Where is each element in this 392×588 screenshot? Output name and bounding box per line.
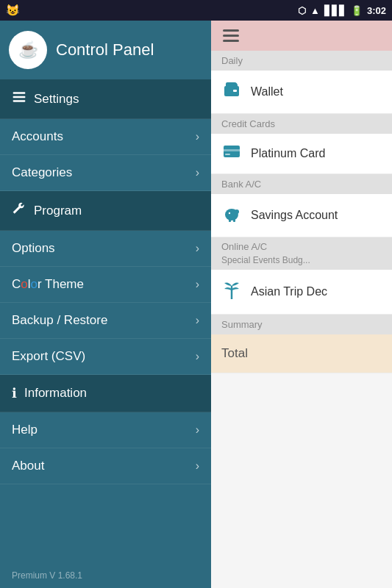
svg-point-9: [235, 209, 239, 214]
battery-icon: 🔋: [351, 5, 363, 16]
menu-item-information[interactable]: ℹ Information: [0, 375, 211, 412]
svg-rect-7: [225, 154, 230, 155]
time-display: 3:02: [367, 5, 386, 16]
wallet-label: Wallet: [251, 85, 283, 98]
menu-item-program[interactable]: Program: [0, 191, 211, 231]
menu-item-accounts[interactable]: Accounts ›: [0, 119, 211, 155]
total-label: Total: [221, 346, 248, 361]
bluetooth-icon: ⬡: [298, 5, 306, 16]
piggy-bank-icon: [221, 204, 242, 226]
right-panel: Daily Wallet Credit Cards: [211, 21, 392, 588]
svg-rect-6: [224, 149, 240, 151]
platinum-card-label: Platinum Card: [251, 147, 325, 160]
help-chevron: ›: [196, 423, 199, 437]
categories-label: Categories: [12, 165, 72, 180]
svg-rect-4: [233, 90, 237, 92]
app-logo: ☕: [9, 31, 47, 69]
section-label-daily: Daily: [211, 51, 392, 71]
status-right: ⬡ ▲ ▋▋▋ 🔋 3:02: [298, 5, 386, 16]
version-text: Premium V 1.68.1: [0, 563, 211, 588]
main-layout: ☕ Control Panel Settings Accounts: [0, 21, 392, 588]
palm-tree-icon: [221, 280, 242, 304]
svg-rect-0: [13, 92, 26, 94]
about-chevron: ›: [196, 459, 199, 473]
section-label-summary: Summary: [211, 315, 392, 334]
hamburger-line-3: [223, 40, 239, 42]
export-chevron: ›: [196, 350, 199, 363]
categories-chevron: ›: [196, 166, 199, 179]
help-label: Help: [12, 423, 38, 437]
svg-rect-1: [13, 96, 26, 98]
accounts-label: Accounts: [12, 129, 63, 144]
hamburger-menu[interactable]: [223, 29, 239, 42]
settings-label: Settings: [34, 92, 79, 107]
savings-account-label: Savings Account: [251, 209, 338, 222]
svg-rect-11: [233, 219, 235, 222]
backup-label: Backup / Restore: [12, 313, 107, 328]
section-label-online: Online A/C: [211, 237, 392, 254]
account-item-savings[interactable]: Savings Account: [211, 194, 392, 237]
options-chevron: ›: [196, 242, 199, 255]
menu-item-help[interactable]: Help ›: [0, 412, 211, 448]
account-item-platinum[interactable]: Platinum Card: [211, 134, 392, 174]
menu-item-settings[interactable]: Settings: [0, 79, 211, 119]
menu-item-backup[interactable]: Backup / Restore ›: [0, 303, 211, 339]
hamburger-line-1: [223, 29, 239, 32]
information-label: Information: [24, 386, 87, 401]
backup-chevron: ›: [196, 314, 199, 327]
svg-rect-2: [13, 100, 26, 102]
section-label-bank: Bank A/C: [211, 174, 392, 194]
signal-icon: ▋▋▋: [324, 5, 346, 16]
color-theme-chevron: ›: [196, 278, 199, 291]
wrench-icon: [12, 201, 26, 220]
wifi-icon: ▲: [310, 5, 320, 16]
settings-icon: [12, 90, 26, 108]
account-item-asian-trip[interactable]: Asian Trip Dec: [211, 270, 392, 315]
status-bar: 😺 ⬡ ▲ ▋▋▋ 🔋 3:02: [0, 0, 392, 21]
menu-item-options[interactable]: Options ›: [0, 231, 211, 267]
svg-point-12: [229, 212, 230, 214]
menu-item-export[interactable]: Export (CSV) ›: [0, 339, 211, 375]
about-label: About: [12, 459, 44, 473]
accounts-chevron: ›: [196, 130, 199, 143]
left-header: ☕ Control Panel: [0, 21, 211, 79]
menu-item-categories[interactable]: Categories ›: [0, 155, 211, 191]
export-label: Export (CSV): [12, 349, 85, 364]
menu-item-about[interactable]: About ›: [0, 448, 211, 484]
options-label: Options: [12, 241, 55, 256]
wallet-icon: [221, 81, 242, 103]
status-left: 😺: [6, 4, 20, 17]
logo-icon: ☕: [18, 40, 38, 60]
program-label: Program: [34, 204, 82, 218]
total-item[interactable]: Total: [211, 334, 392, 373]
app-icon: 😺: [6, 4, 20, 17]
svg-rect-10: [229, 219, 231, 222]
hamburger-line-2: [223, 35, 239, 37]
account-item-wallet[interactable]: Wallet: [211, 71, 392, 114]
left-panel: ☕ Control Panel Settings Accounts: [0, 21, 211, 588]
section-label-credit: Credit Cards: [211, 114, 392, 134]
right-header: [211, 21, 392, 51]
menu-item-color-theme[interactable]: Color Theme ›: [0, 267, 211, 303]
asian-trip-label: Asian Trip Dec: [251, 285, 327, 298]
color-theme-label: Color Theme: [12, 277, 84, 292]
info-icon: ℹ: [12, 385, 17, 401]
app-title: Control Panel: [56, 40, 154, 60]
credit-card-icon: [221, 144, 242, 163]
section-label-special-events: Special Events Budg...: [211, 254, 392, 270]
